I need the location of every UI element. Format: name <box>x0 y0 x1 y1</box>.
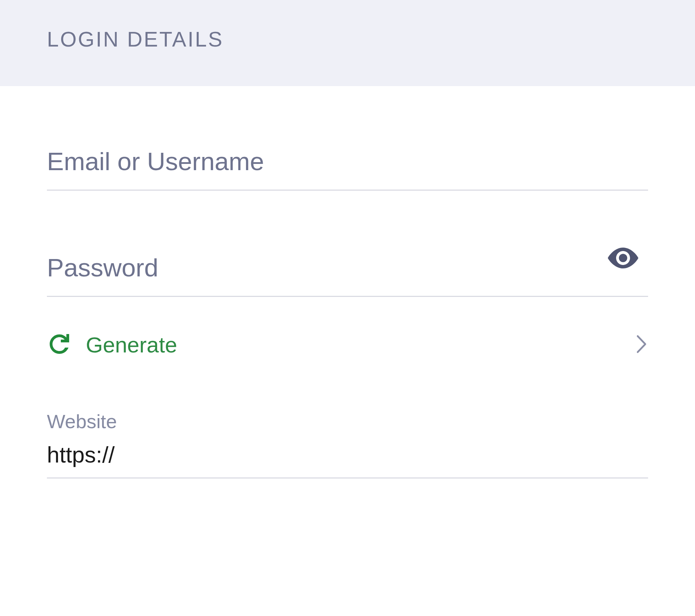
generate-label: Generate <box>86 332 177 357</box>
chevron-right-icon <box>636 334 648 356</box>
eye-icon <box>608 264 638 269</box>
username-field-group[interactable]: Email or Username <box>47 147 648 191</box>
website-field-group[interactable]: Website https:// <box>47 410 648 478</box>
refresh-icon <box>47 332 72 358</box>
section-header: LOGIN DETAILS <box>0 0 695 86</box>
password-field-group[interactable]: Password <box>47 253 648 297</box>
section-title: LOGIN DETAILS <box>47 27 224 51</box>
generate-password-button[interactable]: Generate <box>47 318 648 372</box>
svg-point-0 <box>619 254 627 262</box>
login-details-form: Email or Username Password Generate <box>0 86 695 478</box>
generate-left-group: Generate <box>47 332 177 358</box>
show-password-button[interactable] <box>608 248 638 270</box>
